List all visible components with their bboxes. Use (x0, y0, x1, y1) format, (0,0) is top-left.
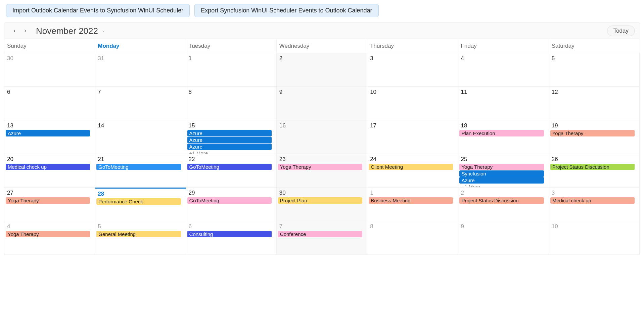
calendar-event[interactable]: Azure (187, 137, 272, 143)
calendar-event[interactable]: Performance Check (96, 198, 181, 205)
calendar-cell[interactable]: 10 (367, 87, 458, 120)
calendar-cell[interactable]: 11 (458, 87, 549, 120)
import-button[interactable]: Import Outlook Calendar Events to Syncfu… (6, 4, 190, 17)
calendar-cell[interactable]: 3Medical check up (549, 188, 640, 221)
calendar-cell[interactable]: 1Business Meeting (367, 188, 458, 221)
calendar-event[interactable]: Yoga Therapy (550, 130, 635, 136)
day-number: 18 (459, 122, 547, 130)
calendar-cell[interactable]: 14 (95, 120, 186, 154)
calendar-cell[interactable]: 30Project Plan (277, 188, 367, 221)
day-number: 23 (278, 155, 366, 163)
calendar-cell[interactable]: 31 (95, 53, 186, 87)
day-header: Tuesday (186, 39, 277, 53)
calendar-event[interactable]: Project Plan (278, 197, 362, 204)
today-button[interactable]: Today (607, 26, 635, 36)
more-events-link[interactable]: +1 More... (187, 150, 275, 154)
title-dropdown[interactable]: November 2022 (36, 26, 105, 36)
calendar-event[interactable]: Business Meeting (369, 197, 453, 204)
export-button[interactable]: Export Syncfusion WinUI Scheduler Events… (194, 4, 378, 17)
calendar-cell[interactable]: 12 (549, 87, 640, 120)
calendar-cell[interactable]: 9 (458, 221, 549, 255)
calendar-cell[interactable]: 3 (367, 53, 458, 87)
calendar-event[interactable]: Project Status Discussion (550, 164, 635, 170)
calendar-cell[interactable]: 16 (277, 120, 367, 154)
day-number: 20 (6, 155, 93, 163)
day-number: 1 (187, 54, 275, 63)
calendar-event[interactable]: Medical check up (550, 197, 635, 204)
calendar-cell[interactable]: 17 (367, 120, 458, 154)
calendar-event[interactable]: Azure (459, 177, 544, 184)
day-number: 19 (550, 122, 638, 130)
calendar-event[interactable]: Syncfusion (459, 170, 544, 177)
day-header: Friday (458, 39, 549, 53)
day-header: Thursday (367, 39, 458, 53)
day-number: 16 (278, 122, 366, 130)
day-number: 12 (550, 88, 638, 96)
calendar-event[interactable]: Azure (187, 130, 272, 136)
calendar-cell[interactable]: 5General Meeting (95, 221, 186, 255)
calendar-event[interactable]: General Meeting (96, 231, 181, 237)
prev-button[interactable] (9, 26, 20, 36)
calendar-cell[interactable]: 6Consulting (186, 221, 277, 255)
calendar-event[interactable]: Consulting (187, 231, 272, 237)
calendar-event[interactable]: Yoga Therapy (6, 231, 90, 237)
calendar-cell[interactable]: 9 (277, 87, 367, 120)
calendar-cell[interactable]: 25Yoga TherapySyncfusionAzure+1 More... (458, 154, 549, 188)
calendar-cell[interactable]: 20Medical check up (4, 154, 95, 188)
calendar-cell[interactable]: 26Project Status Discussion (549, 154, 640, 188)
calendar-grid: 303112345678910111213Azure1415AzureAzure… (4, 53, 640, 255)
day-number: 6 (187, 223, 275, 231)
calendar-event[interactable]: GoToMeeting (96, 164, 181, 170)
calendar-cell[interactable]: 18Plan Execution (458, 120, 549, 154)
calendar-cell[interactable]: 2 (277, 53, 367, 87)
calendar-event[interactable]: Azure (6, 130, 90, 136)
day-number: 3 (369, 54, 456, 63)
scheduler: November 2022 Today SundayMondayTuesdayW… (4, 23, 640, 255)
day-number: 7 (96, 88, 184, 96)
calendar-event[interactable]: Azure (187, 144, 272, 150)
calendar-event[interactable]: Conference (278, 231, 362, 237)
calendar-event[interactable]: Plan Execution (459, 130, 544, 136)
calendar-title: November 2022 (36, 26, 98, 36)
day-header: Monday (95, 39, 186, 53)
day-number: 2 (459, 189, 547, 197)
calendar-cell[interactable]: 2Project Status Discussion (458, 188, 549, 221)
calendar-cell[interactable]: 22GoToMeeting (186, 154, 277, 188)
calendar-cell[interactable]: 24Client Meeting (367, 154, 458, 188)
day-number: 5 (550, 54, 638, 63)
day-number: 1 (369, 189, 456, 197)
calendar-event[interactable]: Client Meeting (369, 164, 453, 170)
calendar-cell[interactable]: 7 (95, 87, 186, 120)
calendar-cell[interactable]: 23Yoga Therapy (277, 154, 367, 188)
calendar-event[interactable]: Yoga Therapy (459, 164, 544, 170)
calendar-cell[interactable]: 19Yoga Therapy (549, 120, 640, 154)
calendar-cell[interactable]: 8 (367, 221, 458, 255)
calendar-event[interactable]: Yoga Therapy (278, 164, 362, 170)
calendar-cell[interactable]: 28Performance Check (95, 188, 186, 221)
calendar-cell[interactable]: 6 (4, 87, 95, 120)
calendar-event[interactable]: Project Status Discussion (459, 197, 544, 204)
calendar-event[interactable]: GoToMeeting (187, 197, 272, 204)
more-events-link[interactable]: +1 More... (459, 184, 547, 188)
next-button[interactable] (20, 26, 31, 36)
day-number: 13 (6, 122, 93, 130)
calendar-cell[interactable]: 27Yoga Therapy (4, 188, 95, 221)
calendar-cell[interactable]: 5 (549, 53, 640, 87)
calendar-cell[interactable]: 21GoToMeeting (95, 154, 186, 188)
calendar-cell[interactable]: 30 (4, 53, 95, 87)
day-number: 8 (369, 223, 456, 231)
calendar-cell[interactable]: 7Conference (277, 221, 367, 255)
calendar-cell[interactable]: 4 (458, 53, 549, 87)
calendar-cell[interactable]: 4Yoga Therapy (4, 221, 95, 255)
calendar-event[interactable]: GoToMeeting (187, 164, 272, 170)
calendar-cell[interactable]: 13Azure (4, 120, 95, 154)
calendar-cell[interactable]: 29GoToMeeting (186, 188, 277, 221)
calendar-cell[interactable]: 1 (186, 53, 277, 87)
calendar-event[interactable]: Yoga Therapy (6, 197, 90, 204)
day-number: 22 (187, 155, 275, 163)
calendar-event[interactable]: Medical check up (6, 164, 90, 170)
calendar-cell[interactable]: 10 (549, 221, 640, 255)
calendar-cell[interactable]: 8 (186, 87, 277, 120)
day-header: Wednesday (277, 39, 367, 53)
calendar-cell[interactable]: 15AzureAzureAzure+1 More... (186, 120, 277, 154)
